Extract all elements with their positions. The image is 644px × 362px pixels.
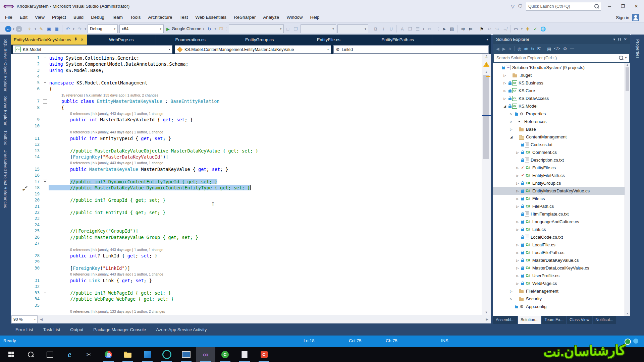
notifications-icon[interactable]	[633, 339, 638, 344]
expand-arrow-icon[interactable]: ▷	[515, 174, 520, 177]
start-debug-icon[interactable]: ▶	[166, 26, 170, 32]
menu-item-help[interactable]: Help	[306, 15, 323, 20]
tree-item-entityfile-cs[interactable]: ▷✓C#EntityFile.cs	[493, 164, 625, 172]
editor-vertical-scrollbar[interactable]: ⇕ ▲ ▼	[482, 54, 491, 315]
menu-item-web-essentials[interactable]: Web Essentials	[192, 15, 230, 20]
expand-arrow-icon[interactable]: ▷	[515, 151, 520, 154]
navigate-forward-icon[interactable]: →	[16, 26, 22, 32]
window-position-dropdown[interactable]: ▾	[613, 37, 615, 42]
browser-link-icon[interactable]: 🌐	[539, 25, 547, 33]
feedback-smiley-icon[interactable]	[625, 339, 631, 345]
camtasia-recorder-icon[interactable]: C	[254, 347, 274, 362]
document-app-icon[interactable]	[235, 347, 254, 362]
attach-icon[interactable]: ⚿	[217, 25, 225, 33]
style-dropdown[interactable]: ▾	[229, 24, 284, 33]
expand-arrow-icon[interactable]: ▷	[515, 205, 520, 208]
minimize-button[interactable]: ─	[604, 4, 614, 9]
solution-platform-dropdown[interactable]: x64▾	[119, 24, 164, 33]
side-tab-toolbox[interactable]: Toolbox	[3, 130, 8, 145]
menu-item-team[interactable]: Team	[108, 15, 126, 20]
document-tab-entityfile-cs[interactable]: EntityFile.cs	[294, 35, 363, 45]
start-debug-button[interactable]: Google Chrome	[172, 26, 201, 31]
tree-item-references[interactable]: ▷References	[493, 118, 625, 125]
tree-item-ks-model[interactable]: ◢C#KS.Model	[493, 102, 625, 110]
indent-icon[interactable]: ⇉	[459, 25, 467, 33]
menu-item-window[interactable]: Window	[283, 15, 306, 20]
refresh-icon[interactable]: ↻	[531, 46, 534, 51]
tree-item-properties[interactable]: ▷⚙Properties	[493, 110, 625, 118]
tree-item-entitygroup-cs[interactable]: ▷C#EntityGroup.cs	[493, 179, 625, 187]
expand-arrow-icon[interactable]: ▷	[515, 228, 520, 231]
save-icon[interactable]: ▣	[45, 25, 53, 33]
outline-dropdown[interactable]: ▾	[520, 25, 524, 33]
tree-item-entitymasterdatakeyvalue-cs[interactable]: ▷C#EntityMasterDataKeyValue.cs	[493, 187, 625, 195]
expand-arrow-icon[interactable]: ▷	[508, 128, 514, 131]
save-all-icon[interactable]: ▦	[53, 25, 60, 33]
document-outline-icon[interactable]: ▭	[512, 25, 520, 33]
side-tab-sql-server-object-explorer[interactable]: SQL Server Object Explorer	[3, 39, 8, 92]
document-tab-entitymasterdatakeyvalue-cs[interactable]: EntityMasterDataKeyValue.cs✕	[11, 35, 87, 45]
toolbar-grip[interactable]: ⋮	[1, 25, 5, 33]
expand-arrow-icon[interactable]: ▷	[502, 89, 507, 93]
fold-collapse-icon[interactable]: −	[43, 180, 47, 184]
menu-item-tools[interactable]: Tools	[126, 15, 145, 20]
tool-window-tab-team-ex-[interactable]: Team Ex...	[542, 316, 566, 324]
solution-explorer-scrollbar[interactable]: ▲ ▼	[625, 63, 630, 316]
properties-icon[interactable]: ⚙	[563, 46, 567, 51]
menu-item-architecture[interactable]: Architecture	[144, 15, 176, 20]
visual-studio-icon[interactable]: ∞	[196, 347, 215, 362]
expand-arrow-icon[interactable]: ▷	[508, 297, 514, 301]
editor-zoom-dropdown[interactable]: 90 %▾	[11, 315, 38, 323]
solution-configuration-dropdown[interactable]: Debug▾	[88, 24, 118, 33]
tree-item-localfile-cs[interactable]: ▷C#LocalFile.cs	[493, 241, 625, 249]
quick-action-tool-icon[interactable]	[22, 186, 28, 191]
expand-arrow-icon[interactable]: ▷	[502, 81, 507, 85]
bold-icon[interactable]: B	[372, 25, 379, 33]
remove-format-icon[interactable]: ✂	[426, 25, 433, 33]
navigate-back-dropdown[interactable]: ▾	[12, 25, 15, 33]
undo-dropdown[interactable]: ▾	[72, 25, 75, 33]
open-file-icon[interactable]: ✎	[38, 25, 45, 33]
expand-arrow-icon[interactable]: ▷	[515, 251, 520, 254]
expand-arrow-icon[interactable]: ▷	[515, 282, 520, 285]
expand-arrow-icon[interactable]: ▷	[515, 220, 520, 224]
tree-item-entityfilepath-cs[interactable]: ▷✓C#EntityFilePath.cs	[493, 172, 625, 179]
toolbar-grip[interactable]: ⋮	[225, 25, 228, 33]
cascade-icon[interactable]: ❐	[292, 25, 299, 33]
horizontal-scroll-track[interactable]	[45, 315, 483, 323]
new-file-icon[interactable]: ✧	[26, 25, 33, 33]
scroll-left-icon[interactable]: ◀	[38, 317, 45, 321]
start-icon[interactable]	[1, 347, 21, 362]
tree-item-filemanagement[interactable]: ▷FileManagement	[493, 287, 625, 295]
expand-arrow-icon[interactable]: ▷	[508, 120, 514, 123]
document-tab-webpage-cs[interactable]: WebPage.cs	[87, 35, 156, 45]
menu-item-project[interactable]: Project	[48, 15, 70, 20]
line-spacing-icon[interactable]: ☰	[414, 25, 421, 33]
internet-explorer-icon[interactable]: e	[60, 347, 79, 362]
expand-arrow-icon[interactable]: ▷	[515, 243, 520, 247]
preview-icon[interactable]: —	[570, 46, 574, 51]
tool-window-tab-class-view[interactable]: Class View	[567, 316, 592, 324]
toolbar-grip[interactable]: ⋮	[437, 25, 440, 33]
show-all-files-icon[interactable]: ▤	[547, 46, 551, 51]
new-file-dropdown[interactable]: ▾	[34, 25, 37, 33]
tree-item-base[interactable]: ▷Base	[493, 125, 625, 133]
start-debug-dropdown[interactable]: ▾	[202, 25, 205, 33]
app-blue-icon[interactable]	[138, 347, 157, 362]
user-avatar[interactable]	[632, 14, 639, 21]
scroll-up-icon[interactable]: ▲	[625, 63, 630, 66]
collapse-arrow-icon[interactable]: ◢	[502, 104, 507, 108]
font-dropdown[interactable]: ▾	[301, 24, 336, 33]
outdent-icon[interactable]: ⇇	[467, 25, 474, 33]
expand-arrow-icon[interactable]: ▷	[515, 259, 520, 262]
tool-window-tab-assembl-[interactable]: Assembl...	[493, 316, 517, 324]
expand-arrow-icon[interactable]: ▷	[508, 290, 514, 293]
code-view-icon[interactable]: </>	[554, 46, 560, 51]
tree-item-ks-dataaccess[interactable]: ▷C#KS.DataAccess	[493, 95, 625, 102]
restore-button[interactable]: ❐	[618, 4, 628, 9]
spacing-dropdown[interactable]: ▾	[422, 25, 425, 33]
font-size-dropdown[interactable]: ▾	[337, 24, 368, 33]
prev-bookmark-icon[interactable]: ↩	[486, 25, 493, 33]
tree-item-userprofile-cs[interactable]: ▷C#UserProfile.cs	[493, 272, 625, 280]
menu-item-edit[interactable]: Edit	[16, 15, 31, 20]
